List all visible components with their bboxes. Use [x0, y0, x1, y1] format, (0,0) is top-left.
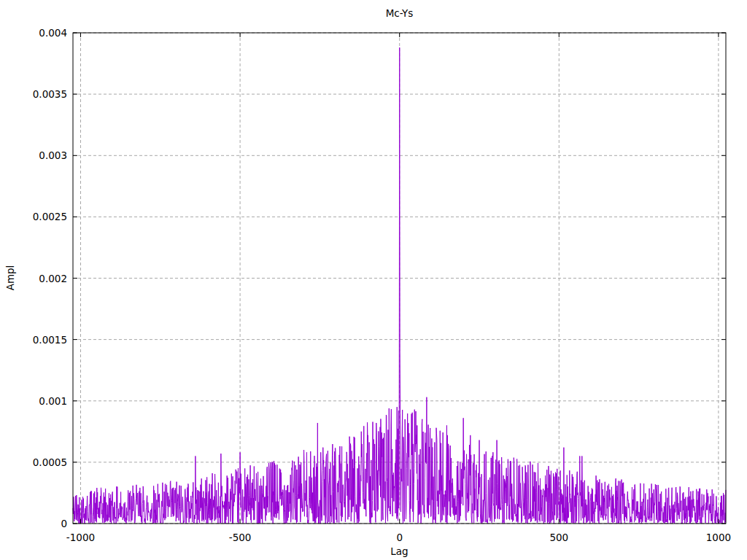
plot-svg — [0, 0, 747, 560]
chart-title: Mc-Ys — [73, 7, 726, 19]
y-tick-label: 0.004 — [6, 27, 67, 39]
x-tick-label: -1000 — [47, 532, 113, 543]
x-axis-label: Lag — [73, 545, 726, 557]
series-line — [73, 47, 726, 524]
x-tick-label: -500 — [207, 532, 273, 543]
x-tick-label: 500 — [526, 532, 592, 543]
y-tick-label: 0.0015 — [6, 334, 67, 346]
y-tick-label: 0.003 — [6, 149, 67, 161]
chart-canvas: Mc-Ys Lag Ampl -1000-5000500100000.00050… — [0, 0, 747, 560]
x-tick-label: 1000 — [686, 532, 747, 543]
y-tick-label: 0.0005 — [6, 456, 67, 468]
y-tick-label: 0 — [6, 518, 67, 529]
y-tick-label: 0.002 — [6, 273, 67, 284]
y-tick-label: 0.001 — [6, 395, 67, 407]
y-tick-label: 0.0035 — [6, 88, 67, 100]
y-tick-label: 0.0025 — [6, 211, 67, 222]
x-tick-label: 0 — [367, 532, 433, 543]
